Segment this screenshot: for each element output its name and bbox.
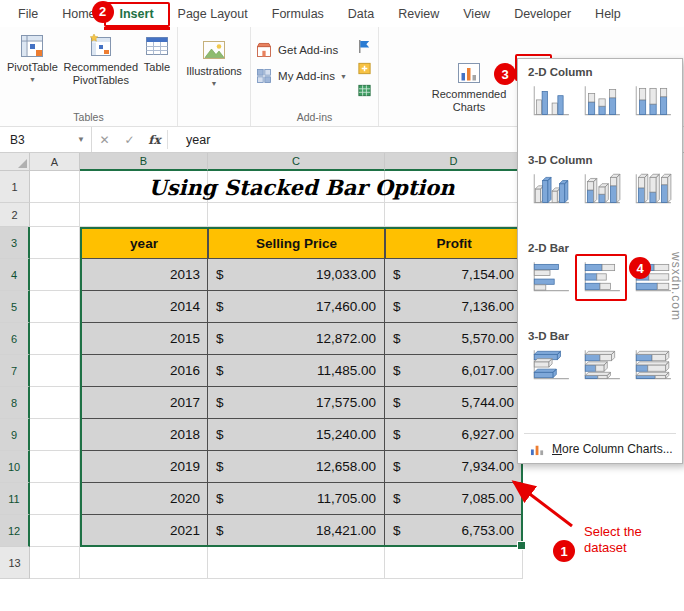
cell-D7[interactable]: $6,017.00	[385, 355, 523, 387]
row-header-1[interactable]: 1	[0, 171, 30, 203]
cell-A4[interactable]	[30, 259, 80, 291]
flag-addin-icon[interactable]	[357, 39, 372, 54]
cell-A13[interactable]	[30, 547, 80, 579]
cell-C11[interactable]: $11,705.00	[208, 483, 385, 515]
row-header-10[interactable]: 10	[0, 451, 30, 483]
tab-home[interactable]: Home	[50, 3, 107, 25]
cell-D5[interactable]: $7,136.00	[385, 291, 523, 323]
col-header-D[interactable]: D	[385, 153, 523, 171]
cell-A12[interactable]	[30, 515, 80, 547]
stacked-bar-100-3d-icon[interactable]	[628, 345, 676, 387]
tab-view[interactable]: View	[451, 3, 502, 25]
cell-A9[interactable]	[30, 419, 80, 451]
name-box[interactable]: B3 ▼	[0, 127, 92, 152]
cell-B11[interactable]: 2020	[80, 483, 208, 515]
col-header-C[interactable]: C	[208, 153, 385, 171]
tab-data[interactable]: Data	[336, 3, 386, 25]
green-addin-icon[interactable]	[357, 83, 372, 98]
col-header-B[interactable]: B	[80, 153, 208, 171]
cell-C8[interactable]: $17,575.00	[208, 387, 385, 419]
stacked-bar-3d-icon[interactable]	[577, 345, 625, 387]
cell-D4[interactable]: $7,154.00	[385, 259, 523, 291]
cell-C10[interactable]: $12,658.00	[208, 451, 385, 483]
cell-C5[interactable]: $17,460.00	[208, 291, 385, 323]
cell-D1[interactable]	[385, 171, 523, 203]
cell-D8[interactable]: $5,744.00	[385, 387, 523, 419]
cell-C9[interactable]: $15,240.00	[208, 419, 385, 451]
row-header-9[interactable]: 9	[0, 419, 30, 451]
pivottable-button[interactable]: PivotTable ▼	[4, 29, 61, 85]
cell-D13[interactable]	[385, 547, 523, 579]
insert-function-button[interactable]: fx	[142, 127, 167, 152]
row-header-4[interactable]: 4	[0, 259, 30, 291]
cell-C7[interactable]: $11,485.00	[208, 355, 385, 387]
cell-C6[interactable]: $12,872.00	[208, 323, 385, 355]
cell-A2[interactable]	[30, 203, 80, 227]
row-header-8[interactable]: 8	[0, 387, 30, 419]
cell-B8[interactable]: 2017	[80, 387, 208, 419]
row-header-7[interactable]: 7	[0, 355, 30, 387]
cell-D3[interactable]: Profit	[385, 227, 523, 259]
cell-A6[interactable]	[30, 323, 80, 355]
tab-insert[interactable]: Insert 2	[108, 3, 166, 25]
tab-help[interactable]: Help	[583, 3, 633, 25]
cell-D11[interactable]: $7,085.00	[385, 483, 523, 515]
cell-A11[interactable]	[30, 483, 80, 515]
row-header-13[interactable]: 13	[0, 547, 30, 579]
my-addins-button[interactable]: My Add-ins ▼	[255, 67, 347, 85]
cell-B4[interactable]: 2013	[80, 259, 208, 291]
cell-B7[interactable]: 2016	[80, 355, 208, 387]
tab-developer[interactable]: Developer	[502, 3, 583, 25]
cell-A8[interactable]	[30, 387, 80, 419]
cell-C3[interactable]: Selling Price	[208, 227, 385, 259]
cell-B10[interactable]: 2019	[80, 451, 208, 483]
recommended-charts-button[interactable]: Recommended Charts	[424, 56, 514, 115]
row-header-5[interactable]: 5	[0, 291, 30, 323]
clustered-bar-icon[interactable]	[526, 257, 574, 299]
row-header-6[interactable]: 6	[0, 323, 30, 355]
row-header-3[interactable]: 3	[0, 227, 30, 259]
cell-B13[interactable]	[80, 547, 208, 579]
cell-C13[interactable]	[208, 547, 385, 579]
cell-C1[interactable]	[208, 171, 385, 203]
cancel-button[interactable]: ✕	[92, 127, 117, 152]
cell-B6[interactable]: 2015	[80, 323, 208, 355]
stacked-column-icon[interactable]	[577, 81, 625, 123]
stacked-bar-100-icon[interactable]	[628, 257, 676, 299]
more-column-charts-item[interactable]: More Column Charts...	[524, 433, 676, 463]
cell-B12[interactable]: 2021	[80, 515, 208, 547]
cell-D2[interactable]	[385, 203, 523, 227]
cell-B1[interactable]	[80, 171, 208, 203]
clustered-column-3d-icon[interactable]	[526, 169, 574, 211]
cell-B5[interactable]: 2014	[80, 291, 208, 323]
stacked-column-3d-icon[interactable]	[577, 169, 625, 211]
tab-formulas[interactable]: Formulas	[260, 3, 336, 25]
row-header-11[interactable]: 11	[0, 483, 30, 515]
col-header-A[interactable]: A	[30, 153, 80, 171]
cell-A3[interactable]	[30, 227, 80, 259]
recommended-pivottables-button[interactable]: Recommended PivotTables	[63, 29, 139, 88]
select-all-corner[interactable]	[0, 153, 30, 171]
row-header-2[interactable]: 2	[0, 203, 30, 227]
cell-C12[interactable]: $18,421.00	[208, 515, 385, 547]
cell-B2[interactable]	[80, 203, 208, 227]
enter-button[interactable]: ✓	[117, 127, 142, 152]
cell-C2[interactable]	[208, 203, 385, 227]
cell-D10[interactable]: $7,934.00	[385, 451, 523, 483]
tab-review[interactable]: Review	[386, 3, 451, 25]
get-addins-button[interactable]: Get Add-ins	[255, 41, 347, 59]
stacked-bar-icon[interactable]: 4	[577, 257, 625, 299]
cell-C4[interactable]: $19,033.00	[208, 259, 385, 291]
cell-A1[interactable]	[30, 171, 80, 203]
yellow-addin-icon[interactable]	[357, 61, 372, 76]
clustered-bar-3d-icon[interactable]	[526, 345, 574, 387]
cell-A10[interactable]	[30, 451, 80, 483]
stacked-column-100-icon[interactable]	[628, 81, 676, 123]
cell-D12[interactable]: $6,753.00	[385, 515, 523, 547]
cell-D6[interactable]: $5,570.00	[385, 323, 523, 355]
cell-B3[interactable]: year	[80, 227, 208, 259]
cell-A7[interactable]	[30, 355, 80, 387]
clustered-column-icon[interactable]	[526, 81, 574, 123]
row-header-12[interactable]: 12	[0, 515, 30, 547]
cell-D9[interactable]: $6,927.00	[385, 419, 523, 451]
